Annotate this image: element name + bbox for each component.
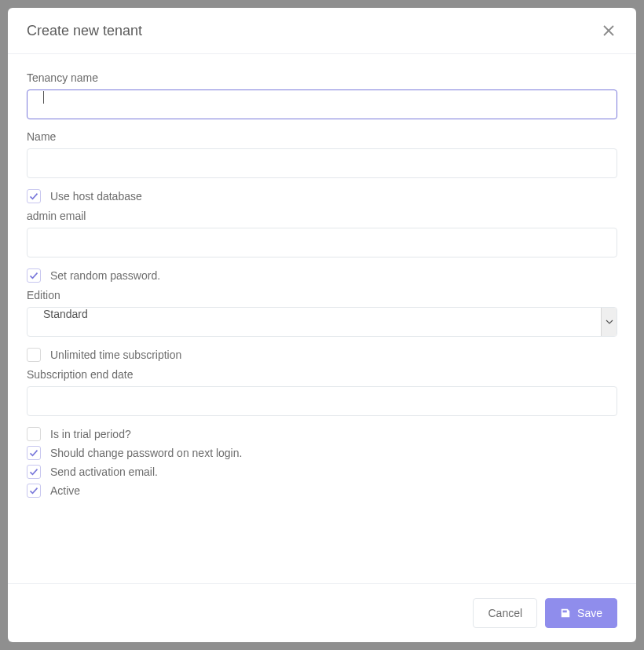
modal-footer: Cancel Save (8, 583, 636, 642)
close-icon (602, 24, 615, 37)
use-host-db-label: Use host database (50, 190, 142, 203)
modal-body: Tenancy name Name Use host database admi… (8, 54, 636, 583)
activation-email-label: Send activation email. (50, 466, 158, 478)
cancel-button[interactable]: Cancel (473, 598, 537, 628)
subscription-end-label: Subscription end date (27, 368, 617, 381)
set-random-password-checkbox[interactable] (27, 268, 41, 283)
edition-select-wrapper[interactable]: Standard (27, 307, 617, 337)
subscription-end-input[interactable] (27, 386, 617, 416)
tenancy-name-input[interactable] (27, 89, 617, 119)
change-password-label: Should change password on next login. (50, 447, 242, 459)
unlimited-subscription-checkbox[interactable] (27, 348, 41, 362)
unlimited-subscription-row[interactable]: Unlimited time subscription (27, 348, 617, 362)
trial-checkbox[interactable] (27, 427, 41, 441)
edition-label: Edition (27, 289, 617, 301)
check-icon (29, 192, 38, 201)
name-input[interactable] (27, 148, 617, 178)
set-random-password-row[interactable]: Set random password. (27, 268, 617, 283)
tenancy-name-label: Tenancy name (27, 71, 617, 84)
check-icon (29, 486, 38, 495)
save-icon (560, 608, 571, 619)
active-label: Active (50, 484, 80, 497)
modal-header: Create new tenant (8, 8, 636, 54)
use-host-db-row[interactable]: Use host database (27, 189, 617, 203)
active-checkbox[interactable] (27, 484, 41, 498)
check-icon (29, 467, 38, 477)
change-password-checkbox[interactable] (27, 446, 41, 460)
modal-title: Create new tenant (27, 23, 142, 39)
close-button[interactable] (600, 22, 617, 39)
set-random-password-label: Set random password. (50, 269, 160, 282)
save-button-label: Save (577, 607, 602, 619)
name-label: Name (27, 130, 617, 143)
check-icon (29, 271, 38, 280)
admin-email-label: admin email (27, 210, 617, 222)
active-row[interactable]: Active (27, 484, 617, 498)
admin-email-input[interactable] (27, 228, 617, 257)
unlimited-subscription-label: Unlimited time subscription (50, 349, 181, 361)
trial-row[interactable]: Is in trial period? (27, 427, 617, 441)
activation-email-checkbox[interactable] (27, 465, 41, 479)
activation-email-row[interactable]: Send activation email. (27, 465, 617, 479)
check-icon (29, 448, 38, 458)
save-button[interactable]: Save (545, 598, 617, 628)
trial-label: Is in trial period? (50, 428, 131, 440)
edition-select[interactable]: Standard (27, 307, 617, 337)
create-tenant-modal: Create new tenant Tenancy name Name Use … (8, 8, 636, 642)
use-host-db-checkbox[interactable] (27, 189, 41, 203)
change-password-row[interactable]: Should change password on next login. (27, 446, 617, 460)
